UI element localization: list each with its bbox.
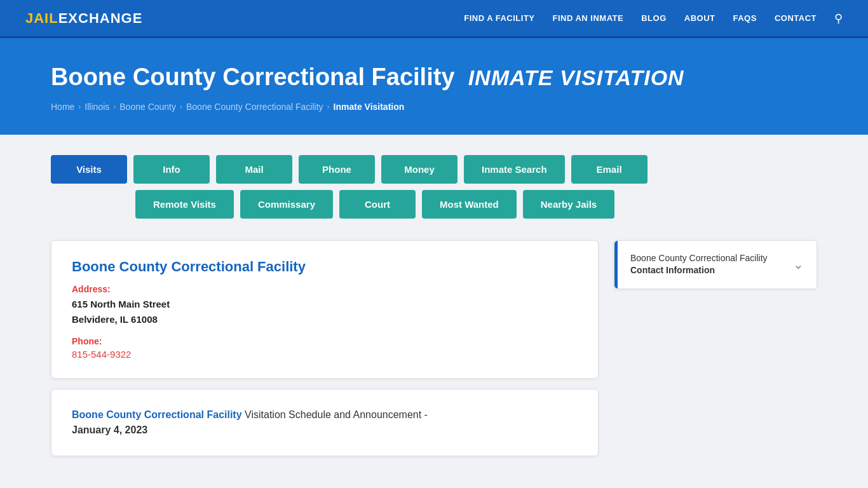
breadcrumb-home[interactable]: Home bbox=[51, 102, 74, 112]
contact-info-toggle[interactable]: Boone County Correctional Facility Conta… bbox=[614, 241, 817, 288]
nav-faqs[interactable]: FAQs bbox=[733, 13, 757, 23]
site-logo[interactable]: JAILEXCHANGE bbox=[25, 10, 142, 27]
tab-most-wanted[interactable]: Most Wanted bbox=[422, 190, 517, 219]
sidebar: Boone County Correctional Facility Conta… bbox=[614, 240, 817, 289]
breadcrumb-sep-1: › bbox=[78, 102, 81, 111]
search-icon-button[interactable]: ⚲ bbox=[834, 11, 843, 25]
tab-phone[interactable]: Phone bbox=[299, 155, 375, 184]
logo-jail: JAIL bbox=[25, 10, 58, 26]
facility-name[interactable]: Boone County Correctional Facility bbox=[72, 259, 578, 275]
contact-info-box: Boone County Correctional Facility Conta… bbox=[614, 240, 817, 289]
tab-info[interactable]: Info bbox=[133, 155, 210, 184]
nav-blog[interactable]: BLOG bbox=[641, 13, 667, 23]
contact-title-line2: Contact Information bbox=[630, 265, 715, 275]
tab-court[interactable]: Court bbox=[339, 190, 416, 219]
logo-exchange: EXCHANGE bbox=[58, 10, 143, 26]
nav-about[interactable]: ABOUT bbox=[684, 13, 715, 23]
tabs-row-2: Remote Visits Commissary Court Most Want… bbox=[51, 190, 817, 219]
hero-section: Boone County Correctional Facility INMAT… bbox=[0, 38, 868, 135]
chevron-down-icon: ⌄ bbox=[793, 257, 804, 272]
announcement-facility-link[interactable]: Boone County Correctional Facility bbox=[72, 409, 242, 420]
tab-inmate-search[interactable]: Inmate Search bbox=[464, 155, 565, 184]
main-nav: FIND A FACILITY FIND AN INMATE BLOG ABOU… bbox=[464, 11, 843, 25]
address-text: 615 North Main Street Belvidere, IL 6100… bbox=[72, 297, 578, 327]
breadcrumb-sep-2: › bbox=[113, 102, 116, 111]
nav-contact[interactable]: CONTACT bbox=[775, 13, 817, 23]
breadcrumb-illinois[interactable]: Illinois bbox=[85, 102, 109, 112]
address-label: Address: bbox=[72, 284, 578, 294]
facility-card: Boone County Correctional Facility Addre… bbox=[51, 240, 599, 379]
breadcrumb-sep-3: › bbox=[180, 102, 182, 111]
title-italic: INMATE VISITATION bbox=[468, 65, 684, 90]
tab-remote-visits[interactable]: Remote Visits bbox=[135, 190, 234, 219]
announcement-text: Boone County Correctional Facility Visit… bbox=[72, 407, 578, 438]
nav-find-facility[interactable]: FIND A FACILITY bbox=[464, 13, 534, 23]
tab-nearby-jails[interactable]: Nearby Jails bbox=[523, 190, 614, 219]
main-content: Boone County Correctional Facility Addre… bbox=[0, 225, 868, 482]
phone-label: Phone: bbox=[72, 336, 578, 346]
announcement-date: January 4, 2023 bbox=[72, 424, 147, 435]
tab-commissary[interactable]: Commissary bbox=[240, 190, 333, 219]
address-line1: 615 North Main Street bbox=[72, 299, 170, 309]
tab-mail[interactable]: Mail bbox=[216, 155, 292, 184]
left-column: Boone County Correctional Facility Addre… bbox=[51, 240, 599, 456]
contact-info-title: Boone County Correctional Facility Conta… bbox=[630, 252, 768, 277]
address-line2: Belvidere, IL 61008 bbox=[72, 314, 158, 325]
announcement-card: Boone County Correctional Facility Visit… bbox=[51, 389, 599, 456]
breadcrumb-current: Inmate Visitation bbox=[334, 102, 405, 112]
breadcrumb-facility[interactable]: Boone County Correctional Facility bbox=[186, 102, 323, 112]
breadcrumb-boone-county[interactable]: Boone County bbox=[119, 102, 176, 112]
title-main: Boone County Correctional Facility bbox=[51, 64, 455, 90]
tabs-section: Visits Info Mail Phone Money Inmate Sear… bbox=[0, 135, 868, 219]
tab-visits[interactable]: Visits bbox=[51, 155, 127, 184]
tabs-row-1: Visits Info Mail Phone Money Inmate Sear… bbox=[51, 155, 817, 184]
breadcrumb-sep-4: › bbox=[327, 102, 330, 111]
nav-find-inmate[interactable]: FIND AN INMATE bbox=[553, 13, 624, 23]
phone-number[interactable]: 815-544-9322 bbox=[72, 349, 131, 360]
contact-title-line1: Boone County Correctional Facility bbox=[630, 253, 768, 263]
breadcrumb: Home › Illinois › Boone County › Boone C… bbox=[51, 102, 817, 112]
announcement-rest: Visitation Schedule and Announcement - bbox=[242, 409, 428, 420]
tab-email[interactable]: Email bbox=[571, 155, 648, 184]
tab-money[interactable]: Money bbox=[381, 155, 458, 184]
site-header: JAILEXCHANGE FIND A FACILITY FIND AN INM… bbox=[0, 0, 868, 38]
page-title: Boone County Correctional Facility INMAT… bbox=[51, 64, 817, 92]
